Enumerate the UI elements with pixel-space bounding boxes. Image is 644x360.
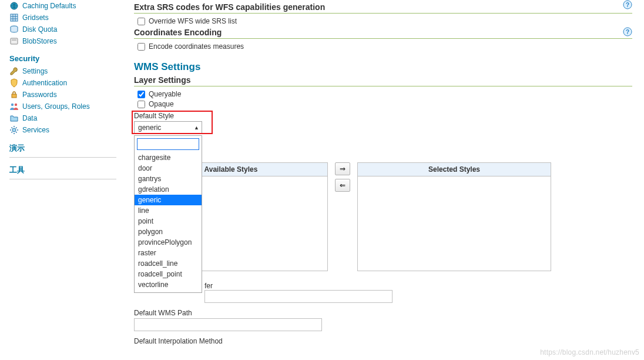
buffer-input[interactable] bbox=[204, 290, 393, 303]
default-style-option[interactable]: gantrys bbox=[135, 174, 202, 184]
queryable-checkbox[interactable] bbox=[137, 91, 145, 98]
default-style-option[interactable]: door bbox=[135, 163, 202, 174]
sidebar-item-passwords[interactable]: Passwords bbox=[9, 89, 116, 101]
sidebar-item-label: Settings bbox=[22, 67, 48, 75]
sidebar-item-label: Disk Quota bbox=[22, 25, 57, 34]
default-style-option[interactable]: point bbox=[135, 216, 202, 226]
svg-rect-1 bbox=[11, 14, 18, 21]
folder-icon bbox=[9, 114, 19, 123]
sidebar-item-data[interactable]: Data bbox=[9, 112, 116, 124]
svg-text:?: ? bbox=[626, 29, 629, 35]
section-rule bbox=[134, 86, 632, 86]
disk-icon bbox=[9, 25, 19, 34]
help-icon[interactable]: ? bbox=[623, 0, 632, 9]
gear-icon bbox=[9, 125, 19, 135]
main-content: ? Extra SRS codes for WFS capabilities g… bbox=[122, 0, 644, 346]
encode-coords-checkbox[interactable] bbox=[137, 43, 145, 51]
sidebar-item-label: Data bbox=[22, 114, 37, 122]
lock-icon bbox=[9, 90, 19, 99]
selected-styles-panel: Selected Styles bbox=[357, 162, 551, 271]
default-style-option[interactable]: provincePlolygon bbox=[135, 237, 202, 248]
svg-rect-3 bbox=[11, 38, 18, 44]
selected-styles-header: Selected Styles bbox=[358, 163, 551, 176]
divider bbox=[9, 157, 116, 158]
default-style-label: Default Style bbox=[134, 112, 632, 120]
selected-styles-list[interactable] bbox=[358, 176, 551, 271]
default-style-option[interactable]: raster bbox=[135, 248, 202, 258]
default-style-option[interactable]: roadcell_line bbox=[135, 258, 202, 269]
default-style-option[interactable]: chargesite bbox=[135, 152, 202, 163]
move-right-button[interactable]: ⇒ bbox=[335, 162, 350, 175]
sidebar-item-label: Services bbox=[22, 126, 49, 134]
override-srs-checkbox[interactable] bbox=[137, 18, 145, 25]
default-style-option[interactable]: polygon bbox=[135, 226, 202, 237]
default-wms-path-label: Default WMS Path bbox=[134, 309, 632, 317]
opaque-row: Opaque bbox=[137, 100, 632, 108]
section-title-srs: Extra SRS codes for WFS capabilities gen… bbox=[134, 2, 632, 12]
default-style-dropdown[interactable]: generic ▲ bbox=[134, 121, 202, 134]
sidebar-item-label: Passwords bbox=[22, 91, 57, 99]
blob-icon bbox=[9, 36, 19, 46]
sidebar-item-settings[interactable]: Settings bbox=[9, 65, 116, 77]
default-style-option[interactable]: gdrelation bbox=[135, 184, 202, 195]
sidebar-item-authentication[interactable]: Authentication bbox=[9, 77, 116, 89]
partial-fer-label: fer bbox=[204, 282, 213, 290]
sidebar-heading-tools[interactable]: 工具 bbox=[9, 165, 116, 175]
wms-settings-title: WMS Settings bbox=[134, 61, 632, 73]
section-rule bbox=[134, 38, 632, 39]
opaque-label: Opaque bbox=[149, 100, 174, 108]
encode-coords-label: Encode coordinates measures bbox=[149, 42, 244, 51]
grid-icon bbox=[9, 13, 19, 22]
default-style-panel: chargesitedoorgantrysgdrelationgenericli… bbox=[134, 135, 202, 293]
default-style-option-list: chargesitedoorgantrysgdrelationgenericli… bbox=[135, 152, 202, 292]
svg-point-6 bbox=[11, 104, 14, 106]
sidebar-item-label: Authentication bbox=[22, 79, 67, 87]
section-title-coords: Coordinates Encoding bbox=[134, 28, 632, 37]
svg-rect-5 bbox=[12, 94, 16, 98]
sidebar-item-label: Caching Defaults bbox=[22, 2, 76, 10]
move-left-button[interactable]: ⇐ bbox=[335, 179, 350, 192]
sidebar-heading-security: Security bbox=[9, 54, 116, 63]
divider bbox=[9, 179, 116, 179]
sidebar-item-label: BlobStores bbox=[22, 37, 57, 45]
sidebar-item-disk-quota[interactable]: Disk Quota bbox=[9, 24, 116, 35]
sidebar-item-services[interactable]: Services bbox=[9, 124, 116, 136]
svg-point-7 bbox=[15, 104, 17, 106]
override-srs-row: Override WFS wide SRS list bbox=[137, 17, 632, 25]
sidebar-item-label: Users, Groups, Roles bbox=[22, 102, 90, 111]
default-style-option[interactable]: roadcell_point bbox=[135, 269, 202, 279]
watermark: https://blog.csdn.net/huzhenv5 bbox=[540, 348, 639, 356]
default-style-value: generic bbox=[138, 124, 161, 132]
encode-coords-row: Encode coordinates measures bbox=[137, 42, 632, 51]
svg-point-8 bbox=[12, 128, 16, 132]
triangle-up-icon: ▲ bbox=[194, 125, 199, 131]
section-rule bbox=[134, 13, 632, 14]
default-wms-path-input[interactable] bbox=[134, 318, 322, 331]
default-style-option[interactable]: generic bbox=[135, 195, 202, 205]
default-style-option[interactable]: line bbox=[135, 205, 202, 216]
sidebar-item-label: Gridsets bbox=[22, 14, 49, 22]
default-style-search-input[interactable] bbox=[137, 138, 199, 150]
sidebar-item-caching-defaults[interactable]: Caching Defaults bbox=[9, 0, 116, 12]
opaque-checkbox[interactable] bbox=[137, 101, 145, 108]
svg-rect-4 bbox=[12, 39, 16, 41]
users-icon bbox=[9, 102, 19, 111]
transfer-buttons: ⇒ ⇐ bbox=[335, 162, 350, 192]
sidebar-item-gridsets[interactable]: Gridsets bbox=[9, 12, 116, 24]
layer-settings-title: Layer Settings bbox=[134, 75, 632, 85]
globe-icon bbox=[9, 1, 19, 11]
default-style-option[interactable]: vectorline bbox=[135, 279, 202, 290]
sidebar-item-blobstores[interactable]: BlobStores bbox=[9, 35, 116, 47]
queryable-row: Queryable bbox=[137, 90, 632, 98]
help-icon[interactable]: ? bbox=[623, 27, 632, 36]
default-style-block: generic ▲ chargesitedoorgantrysgdrelatio… bbox=[134, 121, 202, 134]
sidebar-item-users-groups-roles[interactable]: Users, Groups, Roles bbox=[9, 101, 116, 112]
override-srs-label: Override WFS wide SRS list bbox=[149, 17, 237, 25]
shield-icon bbox=[9, 78, 19, 88]
sidebar: Caching Defaults Gridsets Disk Quota Blo… bbox=[0, 0, 122, 346]
svg-text:?: ? bbox=[626, 2, 629, 8]
styles-transfer-row: Available Styles ⇒ ⇐ Selected Styles bbox=[134, 162, 632, 271]
queryable-label: Queryable bbox=[149, 90, 181, 98]
wrench-icon bbox=[9, 66, 19, 76]
sidebar-heading-demo[interactable]: 演示 bbox=[9, 143, 116, 154]
